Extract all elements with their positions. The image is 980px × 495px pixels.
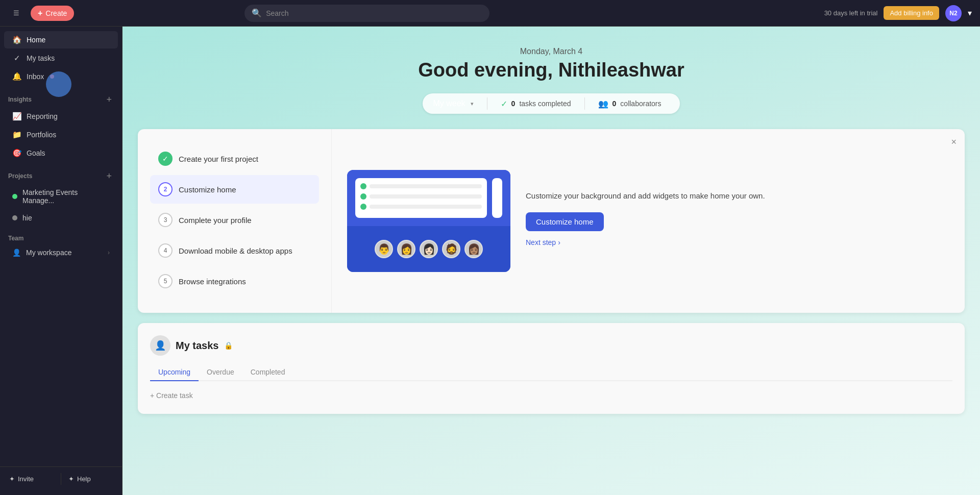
sidebar-item-portfolios-label: Portfolios: [27, 131, 56, 139]
tasks-check-icon: ✓: [501, 99, 507, 109]
illus-line-1: [370, 184, 482, 188]
collaborators-icon: 👥: [598, 99, 608, 109]
insights-add-button[interactable]: +: [104, 94, 114, 105]
create-task-button[interactable]: + Create task: [150, 389, 193, 402]
projects-add-button[interactable]: +: [104, 170, 114, 182]
tasks-tab-upcoming[interactable]: Upcoming: [150, 364, 199, 381]
illus-avatar-4: 🧔: [442, 240, 460, 258]
step-description: Customize your background and add widget…: [526, 190, 949, 202]
next-step-icon: ›: [558, 238, 560, 246]
projects-section-label: Projects: [8, 172, 32, 180]
customize-home-button[interactable]: Customize home: [526, 212, 604, 231]
step-circle-5: 5: [158, 274, 173, 288]
search-input[interactable]: [266, 9, 482, 17]
home-header: Monday, March 4 Good evening, Nithileash…: [122, 27, 980, 129]
collaborators-segment: 👥 0 collaborators: [590, 99, 670, 109]
step-circle-4: 4: [158, 243, 173, 258]
getting-started-card: × ✓ Create your first project 2 Customiz…: [138, 129, 965, 313]
create-button[interactable]: + Create: [31, 6, 74, 21]
home-icon: 🏠: [12, 35, 21, 44]
step-item-1[interactable]: ✓ Create your first project: [150, 144, 319, 173]
illus-bottom: 👨 👩 👩🏻 🧔 👩🏽: [347, 226, 510, 272]
collaborators-count: 0: [612, 100, 617, 108]
invite-icon: ✦: [9, 475, 15, 483]
sidebar-item-project1-label: Marketing Events Manage...: [22, 188, 110, 205]
step-item-5[interactable]: 5 Browse integrations: [150, 267, 319, 295]
projects-section-header: Projects +: [0, 162, 122, 184]
close-card-button[interactable]: ×: [951, 137, 957, 146]
sidebar-item-inbox-label: Inbox: [27, 72, 44, 81]
project1-dot: [12, 194, 17, 199]
invite-button[interactable]: ✦ Invite: [4, 471, 59, 487]
stats-divider1: [487, 97, 487, 110]
tasks-title: My tasks: [176, 340, 219, 352]
stats-bar: My week ▾ ✓ 0 tasks completed 👥 0: [133, 93, 970, 114]
sidebar-item-inbox[interactable]: 🔔 Inbox: [4, 68, 118, 85]
sidebar-item-home-label: Home: [27, 36, 45, 44]
next-step-button[interactable]: Next step ›: [526, 233, 560, 252]
sidebar-item-project2-label: hie: [22, 214, 32, 222]
illus-check-1: [360, 183, 366, 189]
sidebar-item-goals[interactable]: 🎯 Goals: [4, 144, 118, 162]
home-date: Monday, March 4: [133, 47, 970, 56]
illus-check-3: [360, 204, 366, 210]
invite-label: Invite: [18, 475, 34, 483]
billing-button[interactable]: Add billing info: [884, 6, 939, 20]
illus-line-3: [370, 205, 482, 209]
my-tasks-header: 👤 My tasks 🔒: [150, 335, 952, 356]
create-label: Create: [45, 9, 67, 17]
step-item-2[interactable]: 2 Customize home: [150, 175, 319, 204]
sidebar-item-my-tasks[interactable]: ✓ My tasks: [4, 50, 118, 67]
help-button[interactable]: ✦ Help: [63, 471, 118, 487]
sidebar-item-my-workspace[interactable]: 👤 My workspace ›: [4, 244, 118, 261]
step-item-3[interactable]: 3 Complete your profile: [150, 206, 319, 234]
goals-icon: 🎯: [12, 148, 21, 158]
tasks-tab-completed[interactable]: Completed: [242, 364, 293, 381]
hamburger-button[interactable]: ☰: [8, 5, 24, 21]
sidebar-item-project2[interactable]: hie: [4, 210, 118, 226]
home-greeting: Good evening, Nithileashwar: [133, 59, 970, 81]
insights-section-header: Insights +: [0, 86, 122, 107]
tasks-tab-overdue[interactable]: Overdue: [199, 364, 242, 381]
tasks-count: 0: [511, 100, 516, 108]
my-week-label: My week: [433, 99, 465, 108]
sidebar-item-portfolios[interactable]: 📁 Portfolios: [4, 126, 118, 143]
search-bar: 🔍: [244, 5, 489, 22]
step-label-3: Complete your profile: [179, 216, 252, 225]
collaborators-label: collaborators: [620, 100, 661, 108]
sidebar-item-my-tasks-label: My tasks: [27, 54, 55, 62]
workspace-chevron-icon: ›: [108, 249, 110, 256]
step-circle-2: 2: [158, 182, 173, 196]
sidebar-item-goals-label: Goals: [27, 149, 45, 157]
tasks-avatar: 👤: [150, 335, 170, 356]
sidebar-item-reporting[interactable]: 📈 Reporting: [4, 108, 118, 125]
illus-list-item-2: [360, 193, 482, 200]
sidebar-bottom: ✦ Invite ✦ Help: [0, 466, 122, 491]
step-label-4: Download mobile & desktop apps: [179, 246, 292, 255]
lock-icon: 🔒: [224, 341, 233, 350]
reporting-icon: 📈: [12, 112, 21, 121]
inbox-notification-dot: [50, 75, 54, 79]
tasks-tabs: Upcoming Overdue Completed: [150, 364, 952, 381]
illus-line-2: [370, 194, 482, 199]
illus-top: [347, 170, 510, 226]
avatar-chevron-icon: ▾: [968, 8, 972, 18]
topbar-right: 30 days left in trial Add billing info N…: [824, 5, 972, 21]
sidebar-item-home[interactable]: 🏠 Home: [4, 31, 118, 48]
my-week-segment[interactable]: My week ▾: [433, 99, 481, 108]
sidebar-item-project1[interactable]: Marketing Events Manage...: [4, 184, 118, 209]
sidebar-item-reporting-label: Reporting: [27, 112, 58, 120]
step-detail: 👨 👩 👩🏻 🧔 👩🏽 Customize your background an…: [332, 129, 965, 313]
step-text-area: Customize your background and add widget…: [526, 190, 949, 252]
step-circle-3: 3: [158, 213, 173, 227]
avatar-initials: N2: [949, 10, 957, 17]
illus-avatar-1: 👨: [375, 240, 393, 258]
step-item-4[interactable]: 4 Download mobile & desktop apps: [150, 236, 319, 265]
cards-area: × ✓ Create your first project 2 Customiz…: [122, 129, 980, 429]
workspace-icon: 👤: [12, 249, 21, 257]
help-icon: ✦: [68, 475, 74, 483]
step-label-1: Create your first project: [179, 155, 258, 163]
illus-avatar-3: 👩🏻: [420, 240, 438, 258]
illus-check-2: [360, 193, 366, 200]
user-avatar-button[interactable]: N2: [945, 5, 962, 21]
